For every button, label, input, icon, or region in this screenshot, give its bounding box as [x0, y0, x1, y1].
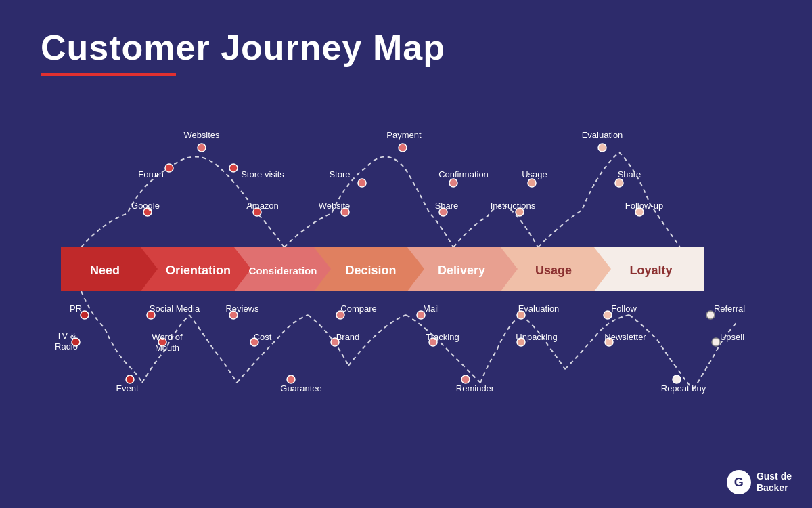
- label-payment: Payment: [386, 130, 422, 140]
- label-event: Event: [116, 383, 139, 394]
- label-unpacking: Unpacking: [516, 332, 557, 342]
- stage-usage-label: Usage: [535, 263, 572, 277]
- label-confirmation: Confirmation: [438, 169, 489, 179]
- svg-point-17: [126, 375, 134, 383]
- label-reviews: Reviews: [225, 303, 259, 314]
- label-store: Store: [329, 169, 350, 179]
- svg-point-13: [615, 179, 623, 187]
- label-social-media: Social Media: [150, 303, 200, 314]
- label-cost: Cost: [254, 332, 272, 342]
- svg-point-7: [358, 179, 366, 187]
- label-google: Google: [131, 200, 160, 211]
- label-store-visits: Store visits: [241, 169, 284, 179]
- page-title: Customer Journey Map: [41, 27, 445, 68]
- logo-text: Gust deBacker: [757, 471, 792, 494]
- stage-need-label: Need: [90, 263, 120, 277]
- label-compare: Compare: [340, 303, 376, 314]
- label-website: Website: [319, 200, 351, 211]
- label-word-of-mouth2: Mouth: [155, 343, 179, 353]
- svg-point-30: [604, 311, 612, 319]
- label-mail: Mail: [423, 303, 439, 314]
- svg-point-0: [165, 164, 173, 172]
- svg-point-6: [399, 144, 407, 152]
- svg-point-34: [712, 338, 720, 346]
- journey-diagram: Websites Forum Google Store visits Amazo…: [27, 115, 785, 440]
- title-underline: [41, 73, 176, 76]
- label-repeat-buy: Repeat buy: [661, 383, 706, 394]
- stage-orientation-label: Orientation: [166, 263, 231, 277]
- stage-delivery-label: Delivery: [438, 263, 485, 277]
- label-upsell: Upsell: [720, 332, 744, 342]
- label-newsletter: Newsletter: [604, 332, 646, 342]
- label-websites: Websites: [183, 130, 220, 140]
- label-follow: Follow: [611, 303, 637, 314]
- label-guarantee: Guarantee: [280, 383, 321, 394]
- label-share-top: Share: [435, 200, 459, 211]
- svg-point-32: [673, 375, 681, 383]
- stage-decision-label: Decision: [345, 263, 396, 277]
- label-tv: TV &: [57, 331, 76, 341]
- label-pr: PR: [70, 303, 82, 314]
- logo: G Gust deBacker: [727, 470, 792, 494]
- label-amazon: Amazon: [246, 200, 279, 211]
- label-evaluation-b: Evaluation: [518, 303, 560, 314]
- label-usage: Usage: [522, 169, 547, 179]
- svg-point-10: [528, 179, 536, 187]
- svg-point-27: [461, 375, 470, 383]
- svg-point-22: [287, 375, 295, 383]
- logo-icon: G: [727, 470, 751, 494]
- label-tracking: Tracking: [426, 332, 459, 342]
- stage-loyalty-label: Loyalty: [629, 263, 672, 277]
- label-word-of-mouth: Word of: [152, 332, 183, 342]
- label-followup: Follow-up: [625, 200, 663, 211]
- label-reminder: Reminder: [456, 383, 495, 394]
- svg-point-8: [449, 179, 457, 187]
- label-forum: Forum: [138, 169, 164, 179]
- label-instructions: Instructions: [491, 200, 536, 211]
- label-brand: Brand: [336, 332, 360, 342]
- title-section: Customer Journey Map: [41, 27, 445, 76]
- stage-consideration-label: Consideration: [249, 265, 317, 276]
- svg-point-1: [198, 144, 206, 152]
- label-evaluation-top: Evaluation: [582, 130, 623, 140]
- label-radio: Radio: [55, 341, 78, 352]
- label-referral: Referral: [714, 303, 745, 314]
- svg-point-12: [598, 144, 606, 152]
- label-share-r: Share: [618, 169, 641, 179]
- svg-point-2: [229, 164, 238, 172]
